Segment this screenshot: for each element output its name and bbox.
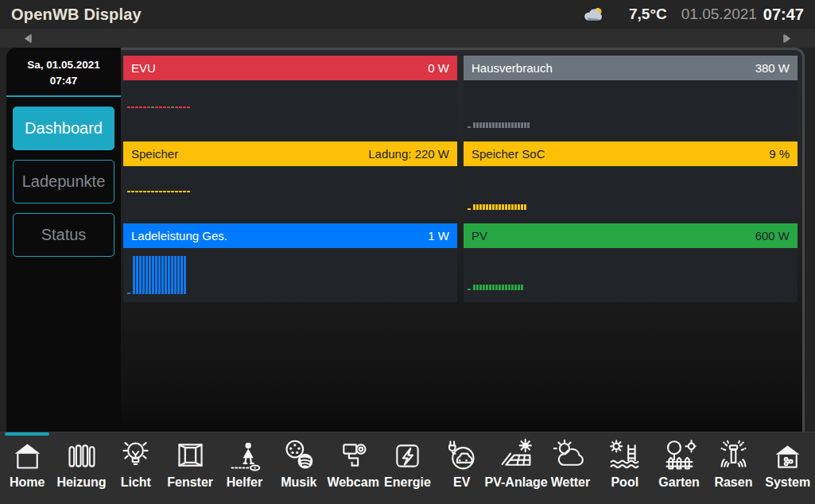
titlebar-status-group: 7,5°C 01.05.2021 07:47	[584, 6, 804, 24]
ladeleistung-sparkline	[127, 256, 187, 294]
tile-grid: EVU 0 W Hausverbrauch 380 W Speicher Lad…	[121, 50, 802, 302]
tile-header: Speicher SoC 9 %	[464, 142, 798, 166]
tile-value: 380 W	[755, 61, 790, 75]
active-tab-indicator	[494, 432, 538, 436]
tile-body	[123, 248, 457, 302]
speicher-sparkline	[127, 191, 191, 192]
page-title: OpenWB Display	[11, 6, 142, 24]
pool-icon	[606, 438, 643, 474]
dock-item-pool[interactable]: Pool	[598, 432, 652, 504]
active-tab-indicator	[603, 432, 647, 436]
openwb-display-app: OpenWB Display 7,5°C 01.05.2021 07:47 Sa…	[0, 0, 815, 504]
active-tab-indicator	[277, 432, 321, 436]
tile-body	[464, 248, 798, 302]
dock-item-webcam[interactable]: Webcam	[326, 432, 380, 504]
webcam-icon	[335, 438, 372, 474]
tile-title: PV	[472, 229, 487, 242]
tile-value: 600 W	[755, 229, 790, 242]
sidebar-item-status[interactable]: Status	[13, 213, 114, 257]
dock-item-home[interactable]: Home	[0, 432, 54, 504]
system-icon	[769, 438, 806, 474]
speicher-soc-sparkline	[468, 204, 527, 210]
tile-header: EVU 0 W	[123, 56, 457, 80]
content-area: Sa, 01.05.2021 07:47 Dashboard Ladepunkt…	[0, 48, 815, 432]
active-tab-indicator	[548, 432, 592, 436]
titlebar-clock: 07:47	[763, 6, 804, 24]
sidebar: Sa, 01.05.2021 07:47 Dashboard Ladepunkt…	[6, 48, 121, 432]
dock-item-label: Energie	[384, 475, 431, 490]
helfer-icon	[226, 438, 263, 474]
active-tab-indicator	[711, 432, 755, 436]
dock-item-label: Musik	[281, 475, 316, 490]
dock-item-label: System	[765, 475, 810, 490]
pv-anlage-icon	[498, 438, 535, 474]
tile-title: Hausverbrauch	[472, 61, 553, 75]
dock-item-rasen[interactable]: Rasen	[706, 432, 760, 504]
app-dock: Home Heizung Licht Fenster Helfer Musik …	[0, 432, 815, 504]
tile-ladeleistung: Ladeleistung Ges. 1 W	[123, 223, 457, 302]
dock-item-label: Wetter	[551, 475, 591, 490]
page-previous-icon[interactable]	[22, 33, 33, 44]
dock-item-label: PV-Anlage	[485, 475, 548, 490]
temperature: 7,5°C	[629, 6, 667, 23]
dock-item-system[interactable]: System	[761, 432, 815, 504]
tile-title: Speicher SoC	[472, 147, 545, 161]
tile-evu: EVU 0 W	[123, 56, 457, 140]
dock-item-energie[interactable]: Energie	[380, 432, 434, 504]
dock-item-helfer[interactable]: Helfer	[217, 432, 271, 504]
tile-value: 0 W	[428, 61, 449, 75]
active-tab-indicator	[385, 432, 429, 436]
sidebar-time: 07:47	[6, 73, 121, 89]
dock-item-fenster[interactable]: Fenster	[163, 432, 217, 504]
page-next-icon[interactable]	[782, 33, 793, 44]
fenster-icon	[172, 438, 209, 474]
dock-item-ev[interactable]: EV	[435, 432, 489, 504]
sidebar-date: Sa, 01.05.2021	[6, 57, 121, 73]
sidebar-item-ladepunkte[interactable]: Ladepunkte	[13, 160, 114, 204]
tile-pv: PV 600 W	[464, 223, 798, 302]
tile-body	[123, 166, 457, 222]
home-icon	[9, 438, 46, 474]
dock-item-pv-anlage[interactable]: PV-Anlage	[489, 432, 543, 504]
dock-item-label: Webcam	[327, 475, 379, 490]
tile-speicher-soc: Speicher SoC 9 %	[464, 142, 798, 222]
dock-item-heizung[interactable]: Heizung	[54, 432, 108, 504]
tile-title: Ladeleistung Ges.	[131, 229, 227, 242]
active-tab-indicator	[766, 432, 810, 436]
partly-cloudy-icon	[584, 6, 605, 22]
tile-title: Speicher	[131, 147, 178, 161]
dock-item-label: EV	[453, 475, 470, 490]
dock-item-label: Garten	[658, 475, 700, 490]
sidebar-divider	[6, 95, 121, 97]
sidebar-item-dashboard[interactable]: Dashboard	[13, 107, 114, 150]
rasen-icon	[715, 438, 752, 474]
dock-item-garten[interactable]: Garten	[652, 432, 706, 504]
dock-item-label: Heizung	[56, 475, 106, 490]
dock-item-wetter[interactable]: Wetter	[543, 432, 597, 504]
tile-value: Ladung: 220 W	[368, 147, 449, 161]
titlebar-date: 01.05.2021	[681, 6, 757, 23]
active-tab-indicator	[114, 432, 158, 436]
tile-body	[464, 166, 798, 222]
garten-icon	[661, 438, 698, 474]
active-tab-indicator	[440, 432, 484, 436]
active-tab-indicator	[59, 432, 103, 436]
dock-item-label: Home	[10, 475, 45, 490]
dock-item-musik[interactable]: Musik	[272, 432, 326, 504]
tile-speicher: Speicher Ladung: 220 W	[123, 142, 457, 222]
dashboard-panel: EVU 0 W Hausverbrauch 380 W Speicher Lad…	[121, 48, 805, 432]
tile-header: Hausverbrauch 380 W	[464, 56, 798, 80]
active-tab-indicator	[222, 432, 266, 436]
tile-header: Speicher Ladung: 220 W	[123, 142, 457, 166]
tile-header: Ladeleistung Ges. 1 W	[123, 223, 457, 248]
tile-value: 9 %	[769, 147, 790, 161]
active-tab-indicator	[5, 432, 49, 436]
pv-sparkline	[468, 285, 524, 290]
energie-icon	[389, 438, 426, 474]
tile-title: EVU	[131, 61, 156, 75]
dock-item-licht[interactable]: Licht	[109, 432, 163, 504]
tile-value: 1 W	[428, 229, 449, 242]
dock-item-label: Pool	[611, 475, 638, 490]
dock-item-label: Licht	[121, 475, 151, 490]
ev-icon	[443, 438, 480, 474]
